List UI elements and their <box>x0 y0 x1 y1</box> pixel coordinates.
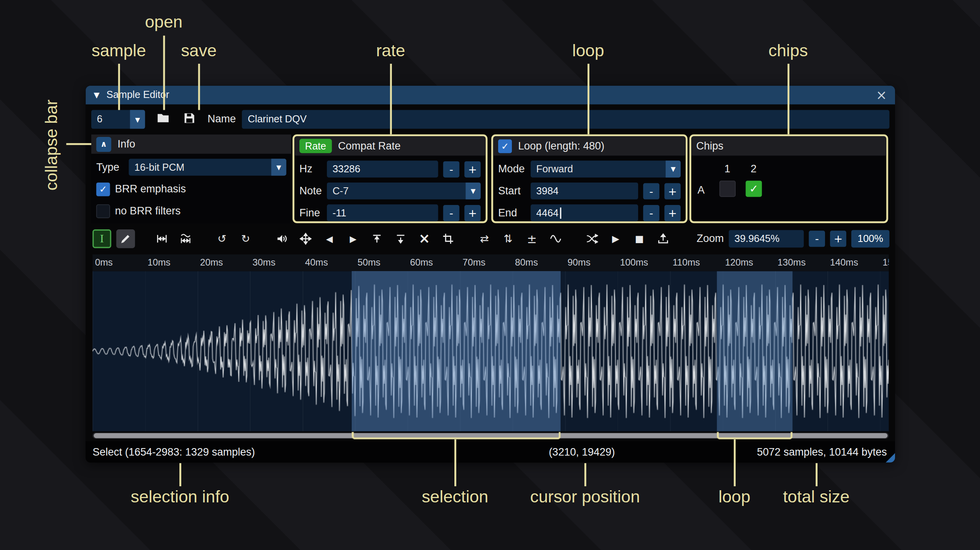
annotation-line-loop-top <box>587 64 589 135</box>
ruler-tick: 10ms <box>148 257 170 268</box>
annotation-line-total-size <box>815 463 817 486</box>
chip-column-1-label: 1 <box>724 163 730 176</box>
insert-silence-button[interactable] <box>367 229 386 248</box>
stop-button[interactable]: ■ <box>630 229 649 248</box>
time-ruler[interactable]: 0ms 10ms 20ms 30ms 40ms 50ms 60ms 70ms 8… <box>92 255 889 271</box>
hz-decrement-button[interactable]: - <box>443 161 459 177</box>
loop-mode-select[interactable]: Forward ▼ <box>531 161 681 177</box>
waveform-view[interactable] <box>92 271 889 431</box>
upload-icon <box>657 232 670 245</box>
create-wavetable-button[interactable] <box>654 229 673 248</box>
annotation-cursor-position: cursor position <box>530 487 640 507</box>
loop-end-increment-button[interactable]: + <box>664 205 681 221</box>
name-input[interactable]: Clarinet DQV <box>242 110 889 129</box>
brr-emphasis-checkbox[interactable]: ✓ <box>96 182 110 196</box>
name-label: Name <box>207 113 236 126</box>
statusbar: Select (1654-2983: 1329 samples) (3210, … <box>86 441 895 463</box>
invert-button[interactable]: ⇅ <box>499 229 518 248</box>
ruler-tick: 100ms <box>620 257 648 268</box>
fade-in-button[interactable]: ◀ <box>320 229 339 248</box>
annotation-save: save <box>181 41 217 61</box>
note-label: Note <box>299 185 322 197</box>
ruler-tick: 60ms <box>410 257 433 268</box>
zoom-input[interactable]: 39.9645% <box>729 230 804 247</box>
window-collapse-icon[interactable]: ▼ <box>94 90 100 99</box>
selection-info-text: Select (1654-2983: 1329 samples) <box>92 446 255 459</box>
hz-increment-button[interactable]: + <box>464 161 480 177</box>
collapse-section-button[interactable]: ∧ <box>96 137 111 151</box>
check-icon: ✓ <box>501 140 509 152</box>
annotation-collapse-bar: collapse bar <box>42 100 61 190</box>
window-resize-grip[interactable] <box>886 453 895 463</box>
annotation-rate: rate <box>376 41 405 61</box>
draw-button[interactable] <box>116 229 135 248</box>
crossfade-button[interactable] <box>583 229 602 248</box>
resize-button[interactable] <box>153 229 172 248</box>
no-brr-filters-checkbox[interactable] <box>96 204 110 218</box>
annotation-line-selection-info <box>179 463 181 486</box>
check-icon: ✓ <box>99 183 107 195</box>
apply-silence-button[interactable] <box>391 229 410 248</box>
titlebar[interactable]: ▼ Sample Editor × <box>86 86 895 105</box>
chips-header-label: Chips <box>696 140 723 152</box>
annotation-line-rate <box>390 64 392 135</box>
note-select[interactable]: C-7 ▼ <box>327 183 481 199</box>
info-header-label: Info <box>118 138 135 150</box>
annotation-line-collapse-bar <box>66 143 91 145</box>
amplify-button[interactable] <box>273 229 292 248</box>
zoom-label: Zoom <box>697 232 724 245</box>
filter-button[interactable] <box>546 229 565 248</box>
annotation-line-open <box>163 36 165 110</box>
resample-button[interactable] <box>176 229 195 248</box>
loop-end-value: 4464 <box>536 207 559 219</box>
sample-toolbar: I ↺ ↻ <box>92 229 890 248</box>
selection-region <box>352 271 561 431</box>
loop-start-increment-button[interactable]: + <box>664 183 681 199</box>
ruler-tick: 50ms <box>358 257 380 268</box>
undo-button[interactable]: ↺ <box>212 229 231 248</box>
close-icon[interactable]: × <box>876 89 887 102</box>
loop-start-input[interactable]: 3984 <box>531 183 638 199</box>
save-button[interactable] <box>180 110 199 129</box>
fade-out-button[interactable]: ▶ <box>344 229 363 248</box>
sample-type-select[interactable]: 16-bit PCM ▼ <box>129 159 286 176</box>
loop-mode-value: Forward <box>531 161 666 177</box>
zoom-out-button[interactable]: - <box>809 230 825 246</box>
chip-2-checkbox[interactable]: ✓ <box>746 181 762 197</box>
trim-button[interactable] <box>439 229 458 248</box>
sign-button[interactable]: ± <box>522 229 541 248</box>
folder-icon <box>156 111 170 127</box>
loop-start-decrement-button[interactable]: - <box>643 183 659 199</box>
fine-increment-button[interactable]: + <box>464 205 480 221</box>
edit-cursor-button[interactable]: I <box>92 229 111 248</box>
zoom-reset-button[interactable]: 100% <box>851 230 890 247</box>
loop-end-decrement-button[interactable]: - <box>643 205 659 221</box>
name-value: Clarinet DQV <box>248 114 307 125</box>
floppy-icon <box>183 111 196 127</box>
ruler-tick: 40ms <box>305 257 328 268</box>
collapse-bar[interactable]: ∧ Info <box>91 135 291 154</box>
pencil-icon <box>119 232 132 245</box>
apply-silence-icon <box>394 232 407 245</box>
fine-input[interactable]: -11 <box>327 205 438 221</box>
play-button[interactable]: ▶ <box>606 229 625 248</box>
delete-button[interactable]: × <box>415 229 434 248</box>
open-button[interactable] <box>154 110 173 129</box>
zoom-in-button[interactable]: + <box>830 230 846 246</box>
ruler-tick: 150 <box>882 257 889 268</box>
redo-button[interactable]: ↻ <box>236 229 255 248</box>
fine-decrement-button[interactable]: - <box>443 205 459 221</box>
fine-value: -11 <box>332 207 346 219</box>
annotation-line-selection <box>454 439 456 486</box>
sample-type-value: 16-bit PCM <box>129 159 271 176</box>
rate-button[interactable]: Rate <box>299 139 332 153</box>
hz-input[interactable]: 33286 <box>327 161 438 177</box>
sample-number-select[interactable]: 6 ▼ <box>91 110 145 129</box>
loop-end-label: End <box>498 207 526 219</box>
annotation-line-cursor-position <box>584 463 586 486</box>
loop-end-input[interactable]: 4464 <box>531 205 638 221</box>
normalize-button[interactable] <box>296 229 315 248</box>
reverse-button[interactable]: ⇄ <box>475 229 494 248</box>
chip-1-checkbox[interactable] <box>720 181 736 197</box>
loop-enable-checkbox[interactable]: ✓ <box>498 139 512 153</box>
